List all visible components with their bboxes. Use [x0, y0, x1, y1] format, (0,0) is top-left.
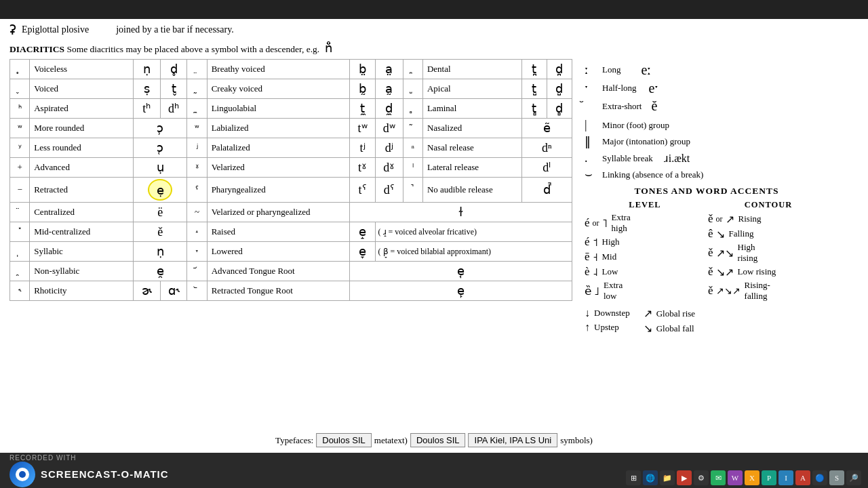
typefaces-meta: metatext)	[374, 435, 408, 446]
groups-section: | Minor (foot) group ‖ Major (intonation…	[585, 118, 829, 182]
typefaces-suffix: symbols)	[560, 435, 593, 446]
global-fall-label: Global fall	[656, 323, 694, 334]
tone-low: è ˨ Low	[585, 265, 705, 279]
table-row: + Advanced ụ ˠ Velarized tˠ dˠ ˡ Lateral…	[10, 158, 572, 178]
contour-falling: ê ↘ Falling	[708, 227, 829, 241]
tone-extra-high: é or ˥ Extrahigh	[585, 212, 705, 234]
epiglottal-row: ʡ Epiglottal plosive	[9, 22, 89, 38]
taskbar-icon-3[interactable]: 📁	[660, 470, 675, 485]
taskbar-icon-6[interactable]: ✉	[711, 470, 726, 485]
contour-rising: ě or ↗ Rising	[708, 212, 829, 226]
retracted-highlighted: ẹ	[148, 179, 172, 201]
taskbar-icons: ⊞ 🌐 📁 ▶ ⚙ ✉ W X P I A 🔵 S 🔎	[626, 470, 861, 485]
half-long-label: Half-long	[602, 83, 637, 94]
screencast-logo-circle	[9, 462, 35, 487]
taskbar-icon-10[interactable]: I	[778, 470, 793, 485]
recording-bar: RECORDED WITH SCREENCAST-O-MATIC ⊞ 🌐 📁 ▶…	[0, 453, 868, 488]
taskbar-icon-7[interactable]: W	[728, 470, 743, 485]
table-row: ̬ Voiced ṣ t̬ ̰ Creaky voiced b̰ a̰ ̺ Ap…	[10, 79, 572, 99]
right-panel: ː Long eː ˑ Half-long eˑ ̆ Extra-short ĕ	[585, 59, 829, 335]
global-rise-row: ↗ Global rise	[644, 307, 695, 320]
long-label: Long	[602, 64, 620, 75]
downstep-row: ↓ Downstep	[585, 307, 630, 319]
taskbar-icon-4[interactable]: ▶	[677, 470, 692, 485]
half-long-symbol: ˑ	[585, 81, 595, 96]
taskbar-icon-12[interactable]: 🔵	[812, 470, 827, 485]
taskbar-icon-14[interactable]: 🔎	[846, 470, 861, 485]
contour-low-rising: ě ↘↗ Low rising	[708, 265, 829, 279]
taskbar-icon-11[interactable]: A	[795, 470, 810, 485]
taskbar-icon-1[interactable]: ⊞	[626, 470, 641, 485]
recorded-with-label: RECORDED WITH	[9, 454, 169, 462]
table-row: ̩ Syllabic ṇ ˕ Lowered e̞ ( β̞ = voiced …	[10, 242, 572, 262]
screencast-center-dot	[19, 471, 26, 478]
taskbar-icon-9[interactable]: P	[762, 470, 776, 485]
linking-label: Linking (absence of a break)	[602, 169, 703, 180]
table-row-retracted: − Retracted ẹ ˤ Pharyngealized tˤ dˤ ̚ N…	[10, 178, 572, 203]
half-long-example: eˑ	[649, 80, 660, 96]
table-row: ʸ Less rounded ɔ̜ ʲ Palatalized tʲ dʲ ⁿ …	[10, 138, 572, 158]
linking-symbol: ⌣	[585, 167, 595, 182]
extra-short-example: ĕ	[651, 98, 657, 114]
upstep-label: Upstep	[594, 322, 619, 333]
typefaces-label: Typefaces:	[275, 435, 313, 446]
global-fall-row: ↘ Global fall	[644, 322, 695, 335]
typefaces-bar: Typefaces: Doulos SIL metatext) Doulos S…	[275, 433, 593, 447]
descender-example: n̈̊	[325, 41, 332, 55]
table-row: ̈ Centralized ë ~ Velarized or pharyngea…	[10, 203, 572, 222]
contour-rising-falling: ě ↗↘↗ Rising-falling	[708, 280, 829, 302]
contour-title: CONTOUR	[708, 200, 829, 210]
major-group-label: Major (intonation) group	[602, 136, 690, 147]
tone-mid: ē ˧ Mid	[585, 250, 705, 264]
level-title: LEVEL	[585, 200, 705, 210]
table-row: ˟ Mid-centralized ě ˔ Raised e̝ ( ɹ̝ = v…	[10, 222, 572, 242]
typeface-btn-1[interactable]: Doulos SIL	[316, 433, 372, 447]
joined-text: joined by a tie bar if necessary.	[116, 24, 234, 35]
extra-short-label: Extra-short	[602, 101, 642, 112]
contour-high-rising: ě ↗↘ Highrising	[708, 242, 829, 264]
tone-extra-low: ȅ ˩ Extralow	[585, 280, 705, 302]
typeface-btn-2[interactable]: Doulos SIL	[410, 433, 466, 447]
diacritics-header: DIACRITICS Some diacritics may be placed…	[9, 41, 859, 56]
long-symbol: ː	[585, 62, 595, 77]
syllable-break-label: Syllable break	[602, 153, 653, 164]
contour-column: CONTOUR ě or ↗ Rising ê ↘ Falling	[708, 200, 829, 303]
major-group-symbol: ‖	[585, 134, 595, 149]
table-row: ʰ Aspirated tʰ dʰ ̼ Linguolabial t̼ d̼ ̻…	[10, 99, 572, 119]
epiglottal-label: Epiglottal plosive	[22, 24, 89, 35]
tones-section: TONES AND WORD ACCENTS LEVEL é or ˥ Extr…	[585, 186, 829, 335]
duration-section: ː Long eː ˑ Half-long eˑ ̆ Extra-short ĕ	[585, 62, 829, 114]
level-column: LEVEL é or ˥ Extrahigh é ˦ High	[585, 200, 705, 303]
global-rise-label: Global rise	[656, 308, 695, 319]
syllable-break-example: ɹi.ækt	[664, 152, 690, 165]
taskbar-icon-13[interactable]: S	[829, 470, 844, 485]
table-row: ̯ Non-syllabic e̯ ᷄ Advanced Tongue Root…	[10, 262, 572, 281]
typeface-btn-3[interactable]: IPA Kiel, IPA LS Uni	[469, 433, 558, 447]
screencast-text-area: RECORDED WITH SCREENCAST-O-MATIC	[9, 454, 169, 487]
extra-short-symbol: ̆	[585, 99, 595, 114]
downstep-section: ↓ Downstep ↑ Upstep ↗ Global rise	[585, 307, 829, 335]
downstep-label: Downstep	[594, 308, 630, 319]
taskbar-icon-8[interactable]: X	[745, 470, 760, 485]
tones-title: TONES AND WORD ACCENTS	[585, 186, 829, 197]
taskbar-icon-2[interactable]: 🌐	[643, 470, 658, 485]
screencast-brand-label: SCREENCAST-O-MATIC	[41, 468, 169, 480]
table-row: ʷ More rounded ɔ̹ ʷ Labialized tʷ dʷ ̃ N…	[10, 119, 572, 138]
minor-group-label: Minor (foot) group	[602, 120, 669, 131]
upstep-row: ↑ Upstep	[585, 321, 630, 333]
syllable-break-symbol: .	[585, 151, 595, 165]
epiglottal-symbol: ʡ	[9, 22, 16, 38]
table-row: ˞ Rhoticity ɚ ɑ˞ ᷅ Retracted Tongue Root…	[10, 281, 572, 301]
diacritics-table: ̥ Voiceless ṇ d̥ ̤ Breathy voiced b̤ a̤ …	[9, 59, 572, 301]
long-example: eː	[641, 62, 652, 78]
minor-group-symbol: |	[585, 118, 595, 132]
taskbar-icon-5[interactable]: ⚙	[694, 470, 709, 485]
table-row: ̥ Voiceless ṇ d̥ ̤ Breathy voiced b̤ a̤ …	[10, 60, 572, 79]
top-bar	[0, 0, 868, 19]
tone-high: é ˦ High	[585, 235, 705, 249]
screencast-inner-circle	[16, 468, 29, 481]
